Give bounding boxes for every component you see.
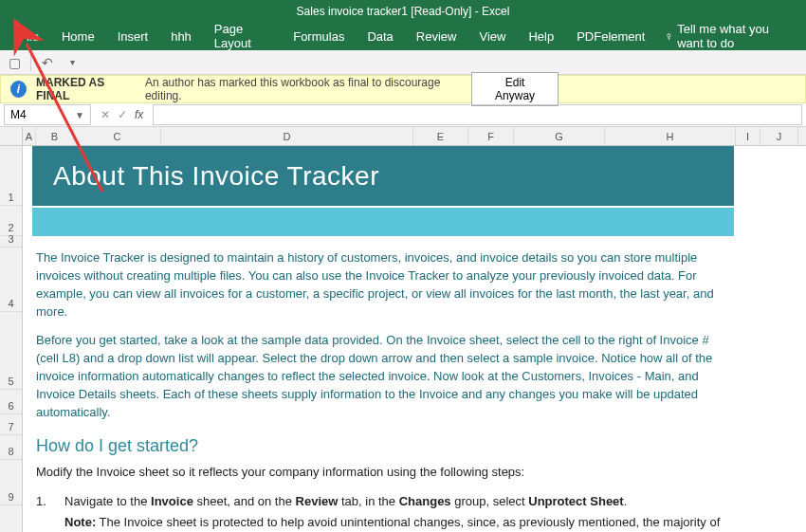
fx-icon[interactable]: fx	[135, 108, 143, 121]
name-box[interactable]: M4 ▼	[4, 104, 91, 125]
tab-formulas[interactable]: Formulas	[282, 22, 356, 50]
edit-anyway-button[interactable]: Edit Anyway	[471, 72, 559, 106]
col-header[interactable]: J	[760, 127, 798, 145]
row-header[interactable]: 5	[0, 312, 22, 390]
tab-data[interactable]: Data	[356, 22, 404, 50]
col-header[interactable]: B	[36, 127, 74, 145]
row-header[interactable]: 8	[0, 435, 22, 460]
sheet-content[interactable]: About This Invoice Tracker The Invoice T…	[23, 146, 806, 532]
row-headers: 1 2 3 4 5 6 7 8 9	[0, 127, 23, 532]
tab-page-layout[interactable]: Page Layout	[203, 22, 282, 50]
window-title: Sales invoice tracker1 [Read-Only] - Exc…	[297, 5, 510, 18]
modify-instruction: Modify the Invoice sheet so it reflects …	[36, 464, 730, 482]
tab-hhh[interactable]: hhh	[159, 22, 203, 50]
save-icon[interactable]: ▢	[6, 54, 23, 71]
tab-review[interactable]: Review	[405, 22, 468, 50]
tab-insert[interactable]: Insert	[106, 22, 160, 50]
tab-help[interactable]: Help	[517, 22, 565, 50]
row-header[interactable]: 3	[0, 236, 22, 248]
name-box-value: M4	[10, 108, 27, 121]
undo-icon[interactable]: ↶	[39, 54, 56, 71]
col-header[interactable]: G	[514, 127, 605, 145]
title-banner: About This Invoice Tracker	[32, 146, 734, 206]
body-content: The Invoice Tracker is designed to maint…	[23, 236, 806, 532]
col-header[interactable]: H	[605, 127, 736, 145]
tab-file[interactable]: File	[8, 22, 50, 50]
row-header[interactable]: 9	[0, 460, 22, 505]
note-text: Note: The Invoice sheet is protected to …	[64, 514, 730, 532]
formula-bar: M4 ▼ ✕ ✓ fx	[0, 103, 806, 127]
col-header[interactable]: C	[74, 127, 161, 145]
enter-formula-icon[interactable]: ✓	[118, 108, 127, 121]
select-all-corner[interactable]	[0, 127, 22, 146]
col-header[interactable]: A	[23, 127, 36, 145]
tab-view[interactable]: View	[467, 22, 517, 50]
tab-home[interactable]: Home	[50, 22, 106, 50]
col-header[interactable]: F	[468, 127, 514, 145]
row-header[interactable]: 1	[0, 146, 22, 206]
ribbon-tabs: File Home Insert hhh Page Layout Formula…	[0, 22, 806, 50]
tell-me-search[interactable]: ♀ Tell me what you want to do	[664, 22, 798, 50]
separator	[30, 54, 31, 71]
marked-final-desc: An author has marked this workbook as fi…	[145, 76, 462, 102]
column-headers: A B C D E F G H I J	[23, 127, 806, 146]
accent-bar	[32, 208, 734, 236]
col-header[interactable]: I	[736, 127, 760, 145]
chevron-down-icon: ▼	[75, 110, 84, 120]
message-bar: i MARKED AS FINAL An author has marked t…	[0, 75, 806, 103]
quick-access-toolbar: ▢ ↶ ▾	[0, 50, 806, 75]
cancel-formula-icon[interactable]: ✕	[101, 108, 110, 121]
col-header[interactable]: D	[161, 127, 413, 145]
row-header[interactable]: 7	[0, 414, 22, 435]
marked-final-label: MARKED AS FINAL	[36, 76, 136, 102]
step-note: Note: The Invoice sheet is protected to …	[36, 514, 730, 532]
row-header[interactable]: 2	[0, 206, 22, 236]
row-header[interactable]: 4	[0, 248, 22, 312]
step-number: 1.	[36, 493, 53, 511]
step-text: Navigate to the Invoice sheet, and on th…	[64, 493, 730, 511]
how-start-heading: How do I get started?	[36, 433, 730, 458]
col-header[interactable]: E	[413, 127, 468, 145]
intro-paragraph-2: Before you get started, take a look at t…	[36, 332, 730, 421]
title-bar: Sales invoice tracker1 [Read-Only] - Exc…	[0, 0, 806, 22]
customize-qat-icon[interactable]: ▾	[64, 54, 81, 71]
lightbulb-icon: ♀	[664, 29, 673, 44]
step-1: 1. Navigate to the Invoice sheet, and on…	[36, 493, 730, 511]
formula-input[interactable]	[153, 104, 802, 125]
tab-pdfelement[interactable]: PDFelement	[565, 22, 656, 50]
info-icon: i	[10, 81, 27, 98]
row-header[interactable]: 6	[0, 390, 22, 414]
intro-paragraph-1: The Invoice Tracker is designed to maint…	[36, 249, 730, 321]
tell-me-label: Tell me what you want to do	[677, 22, 798, 50]
worksheet-grid: 1 2 3 4 5 6 7 8 9 A B C D E F G H I J Ab…	[0, 127, 806, 532]
